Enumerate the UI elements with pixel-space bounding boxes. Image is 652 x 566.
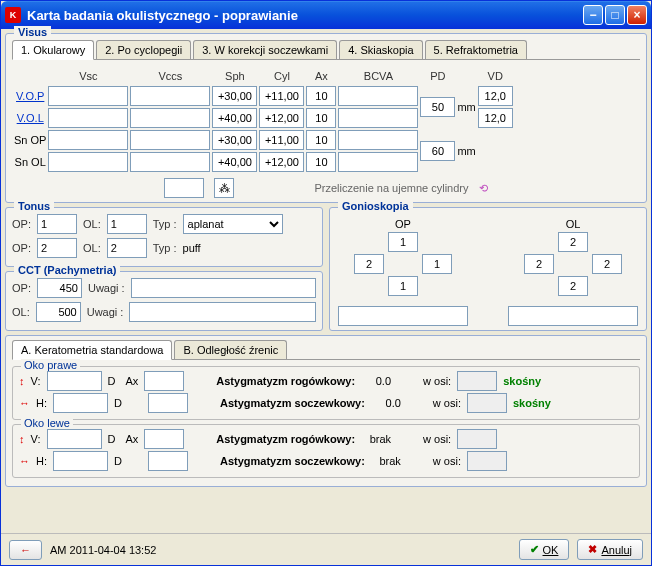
gonio-ol-left[interactable] (524, 254, 554, 274)
col-bcva: BCVA (338, 68, 418, 84)
vop-vd[interactable] (478, 86, 513, 106)
gonio-op-left[interactable] (354, 254, 384, 274)
tab-kerato-b[interactable]: B. Odległość źrenic (174, 340, 287, 359)
col-sph: Sph (212, 68, 257, 84)
tonus-ol-1[interactable] (107, 214, 147, 234)
ok-button[interactable]: ✔OK (519, 539, 570, 560)
snol-sph[interactable] (212, 152, 257, 172)
row-vop-label[interactable]: V.O.P (16, 90, 44, 102)
vol-vd[interactable] (478, 108, 513, 128)
gonio-ol-top[interactable] (558, 232, 588, 252)
ol-v-ax[interactable] (144, 429, 184, 449)
conv-label: Przeliczenie na ujemne cylindry (314, 182, 468, 194)
snol-bcva[interactable] (338, 152, 418, 172)
snop-ax[interactable] (306, 130, 336, 150)
snop-cyl[interactable] (259, 130, 304, 150)
ol-wosi-socz (467, 451, 507, 471)
cct-op[interactable] (37, 278, 82, 298)
minimize-button[interactable]: − (583, 5, 603, 25)
tonus-op-2[interactable] (37, 238, 77, 258)
gonio-op-note[interactable] (338, 306, 468, 326)
arrow-horizontal-icon: ↔ (19, 397, 30, 409)
vol-vccs[interactable] (130, 108, 210, 128)
snop-sph[interactable] (212, 130, 257, 150)
vol-bcva[interactable] (338, 108, 418, 128)
snol-vsc[interactable] (48, 152, 128, 172)
vol-cyl[interactable] (259, 108, 304, 128)
cct-uwagi-op[interactable] (131, 278, 316, 298)
conv-input[interactable] (164, 178, 204, 198)
gonio-ol-right[interactable] (592, 254, 622, 274)
tonus-op-1[interactable] (37, 214, 77, 234)
tonus-typ-lbl: Typ : (153, 218, 177, 230)
tonus-group: Tonus OP: OL: Typ : aplanat OP: OL: (5, 207, 323, 267)
tonus-ol-lbl: OL: (83, 218, 101, 230)
footer: ← AM 2011-04-04 13:52 ✔OK ✖Anuluj (1, 533, 651, 565)
tonus-ol-2[interactable] (107, 238, 147, 258)
row-vol-label[interactable]: V.O.L (17, 112, 44, 124)
vop-vsc[interactable] (48, 86, 128, 106)
col-vsc: Vsc (48, 68, 128, 84)
timestamp: AM 2011-04-04 13:52 (50, 544, 156, 556)
tab-cyclopegii[interactable]: 2. Po cyclopegii (96, 40, 191, 59)
window-title: Karta badania okulistycznego - poprawian… (27, 8, 583, 23)
close-button[interactable]: × (627, 5, 647, 25)
gonio-op-lbl: OP (395, 218, 411, 230)
vop-vccs[interactable] (130, 86, 210, 106)
back-button[interactable]: ← (9, 540, 42, 560)
mm-2: mm (457, 145, 475, 157)
snop-vsc[interactable] (48, 130, 128, 150)
col-pd: PD (420, 68, 455, 84)
vop-sph[interactable] (212, 86, 257, 106)
gonio-op-bottom[interactable] (388, 276, 418, 296)
gonio-op-top[interactable] (388, 232, 418, 252)
tonus-legend: Tonus (14, 200, 54, 212)
gonio-op-right[interactable] (422, 254, 452, 274)
tab-kerato-a[interactable]: A. Keratometria standardowa (12, 340, 172, 360)
gonio-ol-bottom[interactable] (558, 276, 588, 296)
cct-group: CCT (Pachymetria) OP: Uwagi : OL: Uwagi … (5, 271, 323, 331)
cct-ol[interactable] (36, 302, 81, 322)
kerato-group: A. Keratometria standardowa B. Odległość… (5, 335, 647, 487)
vop-ax[interactable] (306, 86, 336, 106)
anuluj-button[interactable]: ✖Anuluj (577, 539, 643, 560)
op-wosi-socz (467, 393, 507, 413)
tab-korekcji[interactable]: 3. W korekcji soczewkami (193, 40, 337, 59)
op-h-ax[interactable] (148, 393, 188, 413)
op-h-d[interactable] (53, 393, 108, 413)
ol-h-ax[interactable] (148, 451, 188, 471)
tab-skiaskopia[interactable]: 4. Skiaskopia (339, 40, 422, 59)
vop-bcva[interactable] (338, 86, 418, 106)
pd-1[interactable] (420, 97, 455, 117)
row-snol-label: Sn OL (15, 156, 46, 168)
snol-ax[interactable] (306, 152, 336, 172)
op-v-ax[interactable] (144, 371, 184, 391)
conv-icon[interactable]: ⟲ (479, 182, 488, 195)
vop-cyl[interactable] (259, 86, 304, 106)
vol-sph[interactable] (212, 108, 257, 128)
tab-refraktometria[interactable]: 5. Refraktometria (425, 40, 527, 59)
vol-ax[interactable] (306, 108, 336, 128)
tonus-typ-1[interactable]: aplanat (183, 214, 283, 234)
snop-bcva[interactable] (338, 130, 418, 150)
snol-vccs[interactable] (130, 152, 210, 172)
snol-cyl[interactable] (259, 152, 304, 172)
col-cyl: Cyl (259, 68, 304, 84)
tonus-typ-2: puff (183, 242, 201, 254)
gonio-op: OP (338, 218, 468, 326)
gonio-ol-lbl: OL (566, 218, 581, 230)
cct-uwagi-ol[interactable] (129, 302, 316, 322)
op-v-d[interactable] (47, 371, 102, 391)
ol-h-d[interactable] (53, 451, 108, 471)
ol-v-d[interactable] (47, 429, 102, 449)
col-vd: VD (478, 68, 513, 84)
pd-2[interactable] (420, 141, 455, 161)
snop-vccs[interactable] (130, 130, 210, 150)
tab-okularowy[interactable]: 1. Okularowy (12, 40, 94, 60)
gonio-ol-note[interactable] (508, 306, 638, 326)
arrow-horizontal-icon: ↔ (19, 455, 30, 467)
vol-vsc[interactable] (48, 108, 128, 128)
conv-glyph-button[interactable]: ⁂ (214, 178, 234, 198)
maximize-button[interactable]: □ (605, 5, 625, 25)
visus-legend: Visus (14, 26, 51, 38)
